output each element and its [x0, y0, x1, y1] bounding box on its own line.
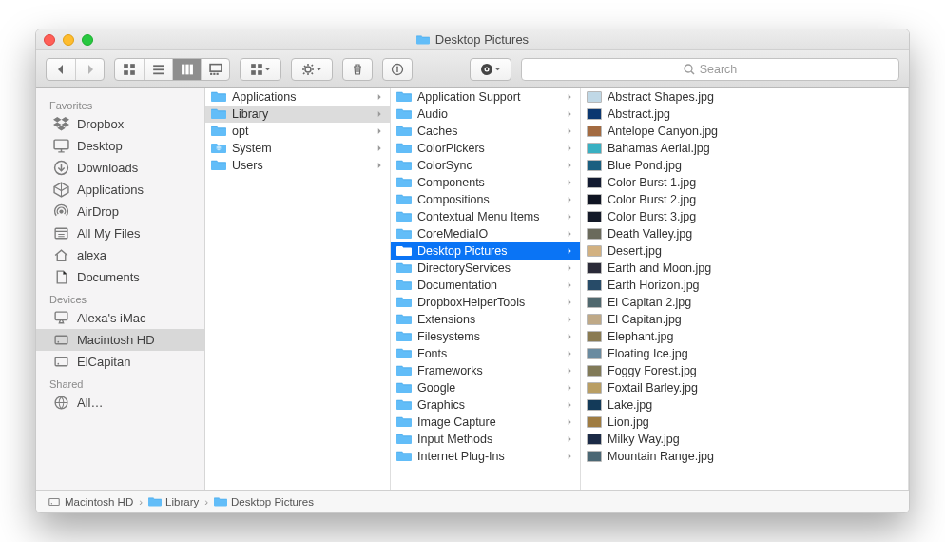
window-title: Desktop Pictures: [36, 32, 909, 47]
folder-row[interactable]: Components: [391, 174, 580, 191]
folder-icon: [211, 124, 226, 139]
folder-row[interactable]: Application Support: [391, 88, 580, 106]
folder-row[interactable]: ColorPickers: [391, 140, 580, 157]
file-row[interactable]: El Capitan 2.jpg: [581, 294, 908, 311]
sidebar-item[interactable]: Applications: [36, 179, 204, 201]
sidebar-item[interactable]: Desktop: [36, 135, 204, 157]
arrow-icon: [567, 210, 574, 224]
folder-row[interactable]: Input Methods: [391, 431, 580, 448]
file-row[interactable]: Color Burst 1.jpg: [581, 174, 908, 191]
sidebar-item[interactable]: Dropbox: [36, 113, 204, 135]
sidebar-item[interactable]: alexa: [36, 244, 204, 266]
arrange-button[interactable]: [241, 59, 280, 80]
allfiles-icon: [53, 225, 69, 241]
folder-icon: [396, 432, 412, 447]
file-row[interactable]: Color Burst 2.jpg: [581, 191, 908, 208]
file-row[interactable]: Earth Horizon.jpg: [581, 277, 908, 294]
folder-icon: [396, 346, 412, 361]
zoom-button[interactable]: [82, 34, 93, 46]
folder-row[interactable]: CoreMediaIO: [391, 225, 580, 242]
folder-row[interactable]: ColorSync: [391, 157, 580, 174]
folder-row[interactable]: Internet Plug-Ins: [391, 448, 580, 465]
file-row[interactable]: Milky Way.jpg: [581, 431, 908, 448]
sidebar-item[interactable]: Macintosh HD: [36, 329, 204, 351]
folder-row[interactable]: Google: [391, 379, 580, 396]
folder-row[interactable]: DirectoryServices: [391, 260, 580, 277]
pathbar-item[interactable]: Library: [148, 495, 199, 509]
file-row[interactable]: Lion.jpg: [581, 414, 908, 431]
pathbar-item[interactable]: Desktop Pictures: [214, 495, 314, 509]
folder-row[interactable]: Filesystems: [391, 328, 580, 345]
file-row[interactable]: Floating Ice.jpg: [581, 345, 908, 362]
folder-row[interactable]: Caches: [391, 123, 580, 140]
sidebar-item-label: Documents: [77, 270, 140, 284]
sidebar-item[interactable]: All My Files: [36, 222, 204, 244]
window-title-text: Desktop Pictures: [435, 32, 529, 47]
folder-row[interactable]: Applications: [205, 88, 390, 106]
folder-row[interactable]: opt: [205, 123, 390, 140]
folder-row[interactable]: Documentation: [391, 277, 580, 294]
file-row[interactable]: Mountain Range.jpg: [581, 448, 908, 465]
file-row[interactable]: Death Valley.jpg: [581, 225, 908, 242]
folder-row[interactable]: Frameworks: [391, 362, 580, 379]
sidebar-item[interactable]: Alexa's iMac: [36, 307, 204, 329]
file-row[interactable]: Earth and Moon.jpg: [581, 260, 908, 277]
icon-view-button[interactable]: [115, 59, 144, 80]
file-row[interactable]: Desert.jpg: [581, 242, 908, 260]
arrow-icon: [567, 244, 574, 259]
trash-icon: [351, 63, 364, 76]
file-row[interactable]: El Capitan.jpg: [581, 311, 908, 328]
file-row[interactable]: Foxtail Barley.jpg: [581, 379, 908, 396]
sidebar-item[interactable]: AirDrop: [36, 201, 204, 222]
grid-icon: [123, 63, 136, 76]
sidebar-item[interactable]: All…: [36, 392, 204, 414]
row-label: Compositions: [417, 193, 561, 206]
pathbar-item[interactable]: Macintosh HD: [48, 495, 133, 509]
arrow-icon: [567, 330, 574, 344]
column-view-button[interactable]: [172, 59, 201, 80]
minimize-button[interactable]: [63, 34, 74, 46]
folder-row[interactable]: Fonts: [391, 345, 580, 362]
folder-row[interactable]: Extensions: [391, 311, 580, 328]
folder-row[interactable]: DropboxHelperTools: [391, 294, 580, 311]
sidebar-header: Favorites: [36, 94, 204, 113]
row-label: CoreMediaIO: [417, 227, 561, 241]
folder-row[interactable]: Compositions: [391, 191, 580, 208]
file-row[interactable]: Abstract.jpg: [581, 106, 908, 123]
sidebar-item[interactable]: Documents: [36, 266, 204, 288]
info-button[interactable]: [383, 59, 412, 80]
list-view-button[interactable]: [144, 59, 172, 80]
gallery-view-button[interactable]: [201, 59, 229, 80]
file-row[interactable]: Blue Pond.jpg: [581, 157, 908, 174]
image-thumb-icon: [587, 228, 602, 240]
sidebar-item[interactable]: ElCapitan: [36, 351, 204, 373]
sidebar-item[interactable]: Downloads: [36, 157, 204, 179]
folder-row[interactable]: Audio: [391, 106, 580, 123]
file-row[interactable]: Foggy Forest.jpg: [581, 362, 908, 379]
folder-row[interactable]: Desktop Pictures: [391, 242, 580, 260]
action-button[interactable]: [292, 59, 332, 80]
folder-row[interactable]: Library: [205, 106, 390, 123]
folder-row[interactable]: Users: [205, 157, 390, 174]
quicklook-button[interactable]: [471, 59, 511, 80]
row-label: Floating Ice.jpg: [608, 347, 902, 360]
column: Application SupportAudioCachesColorPicke…: [391, 88, 581, 490]
trash-button[interactable]: [343, 59, 372, 80]
file-row[interactable]: Lake.jpg: [581, 396, 908, 414]
folder-row[interactable]: Graphics: [391, 396, 580, 414]
forward-button[interactable]: [75, 59, 104, 80]
back-button[interactable]: [47, 59, 75, 80]
pathbar-label: Macintosh HD: [65, 496, 133, 508]
folder-row[interactable]: System: [205, 140, 390, 157]
file-row[interactable]: Elephant.jpg: [581, 328, 908, 345]
row-label: ColorSync: [417, 159, 561, 172]
folder-row[interactable]: Contextual Menu Items: [391, 208, 580, 225]
search-input[interactable]: Search: [521, 58, 899, 81]
file-row[interactable]: Abstract Shapes.jpg: [581, 88, 908, 106]
folder-row[interactable]: Image Capture: [391, 414, 580, 431]
file-row[interactable]: Color Burst 3.jpg: [581, 208, 908, 225]
folder-icon: [396, 226, 412, 241]
file-row[interactable]: Bahamas Aerial.jpg: [581, 140, 908, 157]
close-button[interactable]: [44, 34, 55, 46]
file-row[interactable]: Antelope Canyon.jpg: [581, 123, 908, 140]
